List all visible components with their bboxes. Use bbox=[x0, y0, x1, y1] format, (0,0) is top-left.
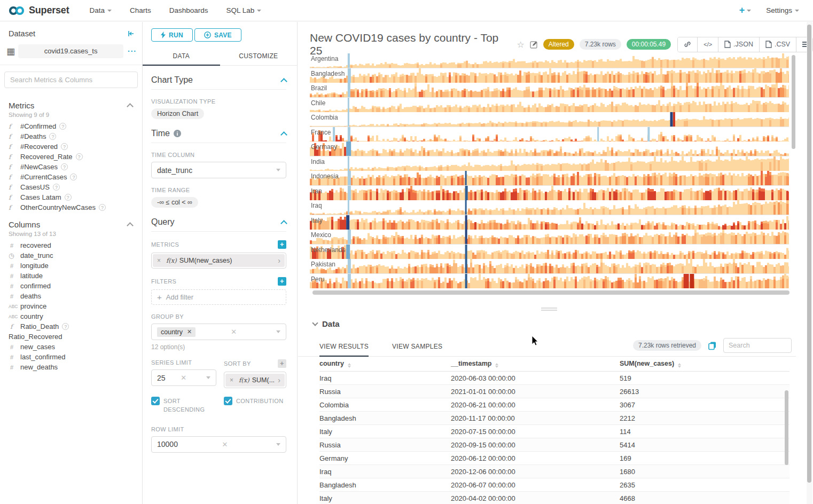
time-column-select[interactable]: date_trunc bbox=[151, 162, 286, 178]
clear-icon[interactable]: ✕ bbox=[231, 328, 237, 336]
close-icon[interactable]: ✕ bbox=[187, 328, 192, 335]
column-header-sumnewcases[interactable]: SUM(new_cases) bbox=[620, 360, 789, 368]
dataset-name[interactable]: covid19.cases_ts bbox=[18, 44, 123, 58]
metric-item[interactable]: fRecovered_Rate? bbox=[0, 152, 142, 162]
export-csv-button[interactable]: .CSV bbox=[760, 37, 796, 52]
nav-item-dashboards[interactable]: Dashboards bbox=[169, 6, 208, 14]
chevron-up-icon[interactable] bbox=[280, 131, 287, 138]
column-item[interactable]: #last_confirmed bbox=[0, 352, 142, 362]
metric-label: Recovered_Rate bbox=[20, 153, 73, 161]
run-button[interactable]: RUN bbox=[151, 28, 193, 42]
hash-icon: # bbox=[9, 293, 20, 300]
contribution-checkbox[interactable]: CONTRIBUTION bbox=[224, 397, 284, 414]
tab-data[interactable]: DATA bbox=[143, 48, 220, 65]
column-header-country[interactable]: country bbox=[319, 360, 451, 368]
metric-item[interactable]: fOtherCountryNewCases? bbox=[0, 202, 142, 212]
add-sortby-button[interactable]: + bbox=[278, 359, 286, 368]
sort-icon[interactable] bbox=[495, 363, 498, 368]
page-scrollbar-thumb[interactable] bbox=[807, 25, 811, 483]
column-item[interactable]: #longitude bbox=[0, 261, 142, 271]
sortby-pill[interactable]: × f(x) SUM(... › bbox=[225, 374, 285, 387]
collapse-panel-icon[interactable] bbox=[127, 30, 135, 37]
column-item[interactable]: ABCcountry bbox=[0, 311, 142, 321]
nav-item-charts[interactable]: Charts bbox=[130, 6, 151, 14]
data-pane-title: Data bbox=[322, 319, 340, 328]
caret-down-icon bbox=[276, 169, 280, 171]
embed-code-button[interactable]: </> bbox=[698, 37, 718, 52]
column-label: recovered bbox=[20, 241, 51, 249]
export-json-button[interactable]: .JSON bbox=[718, 37, 760, 52]
groupby-tag: country✕ bbox=[157, 327, 196, 337]
pane-resize-handle[interactable] bbox=[541, 306, 557, 312]
tab-view-results[interactable]: VIEW RESULTS bbox=[319, 338, 369, 356]
column-item[interactable]: #confirmed bbox=[0, 281, 142, 291]
abc-icon: ABC bbox=[9, 304, 20, 309]
add-filter-box[interactable]: + Add filter bbox=[151, 289, 286, 305]
caret-right-icon[interactable]: › bbox=[278, 376, 280, 384]
close-icon[interactable]: × bbox=[157, 257, 161, 264]
info-icon: ? bbox=[61, 163, 68, 170]
nav-item-data[interactable]: Data bbox=[89, 6, 112, 14]
metric-item[interactable]: f#Confirmed? bbox=[0, 121, 142, 131]
sort-descending-checkbox[interactable]: SORT DESCENDING bbox=[151, 397, 216, 414]
save-button[interactable]: SAVE bbox=[194, 28, 241, 42]
column-item[interactable]: #new_cases bbox=[0, 342, 142, 352]
table-row: Germany2020-06-12 00:00:00169 bbox=[319, 452, 789, 465]
sort-icon[interactable] bbox=[348, 363, 351, 368]
table-vertical-scrollbar[interactable] bbox=[785, 390, 788, 465]
chevron-down-icon[interactable] bbox=[312, 320, 318, 326]
metric-item[interactable]: f#CurrentCases? bbox=[0, 172, 142, 182]
column-item[interactable]: ◷date_trunc bbox=[0, 250, 142, 261]
clear-icon[interactable]: ✕ bbox=[222, 440, 228, 448]
metric-pill[interactable]: × f(x) SUM(new_cases) › bbox=[153, 254, 285, 267]
caret-right-icon[interactable]: › bbox=[278, 256, 280, 265]
column-item[interactable]: #recovered bbox=[0, 240, 142, 250]
metric-item[interactable]: fCasesUS? bbox=[0, 182, 142, 192]
chart-horizontal-scrollbar[interactable] bbox=[312, 290, 789, 295]
copy-icon[interactable] bbox=[708, 341, 717, 350]
tab-customize[interactable]: CUSTOMIZE bbox=[220, 48, 298, 65]
tab-view-samples[interactable]: VIEW SAMPLES bbox=[392, 338, 442, 356]
hash-icon: # bbox=[9, 263, 20, 269]
nav-item-sql-lab[interactable]: SQL Lab bbox=[226, 6, 262, 14]
add-filter-button[interactable]: + bbox=[278, 277, 286, 286]
metric-item[interactable]: f#Deaths? bbox=[0, 131, 142, 141]
new-item-button[interactable]: + bbox=[739, 5, 752, 16]
sort-icon[interactable] bbox=[678, 363, 681, 368]
share-link-button[interactable] bbox=[678, 37, 698, 52]
metric-item[interactable]: fCases Latam? bbox=[0, 192, 142, 202]
chart-vertical-scrollbar[interactable] bbox=[792, 55, 795, 149]
search-input[interactable] bbox=[10, 76, 132, 84]
chevron-up-icon[interactable] bbox=[127, 222, 134, 229]
column-item[interactable]: fRatio_Death? bbox=[0, 321, 142, 332]
settings-menu[interactable]: Settings bbox=[766, 6, 799, 14]
altered-badge[interactable]: Altered bbox=[543, 39, 574, 50]
column-item[interactable]: Ratio_Recovered bbox=[0, 332, 142, 342]
column-item[interactable]: #new_deaths bbox=[0, 362, 142, 372]
edit-icon[interactable] bbox=[530, 41, 538, 49]
time-range-value[interactable]: -∞ ≤ col < ∞ bbox=[151, 197, 198, 208]
row-limit-select[interactable]: 10000 ✕ bbox=[151, 436, 286, 453]
viz-type-value[interactable]: Horizon Chart bbox=[151, 108, 204, 119]
column-item[interactable]: #latitude bbox=[0, 271, 142, 281]
metrics-search[interactable] bbox=[4, 72, 138, 88]
star-icon[interactable]: ☆ bbox=[517, 40, 524, 50]
column-item[interactable]: #deaths bbox=[0, 291, 142, 301]
close-icon[interactable]: × bbox=[230, 376, 233, 384]
series-limit-select[interactable]: 25 ✕ bbox=[151, 369, 216, 386]
column-item[interactable]: ABCprovince bbox=[0, 301, 142, 311]
superset-logo[interactable]: Superset bbox=[0, 5, 76, 16]
filters-label: FILTERS bbox=[151, 278, 176, 285]
chevron-up-icon[interactable] bbox=[127, 103, 134, 110]
metric-item[interactable]: f#NewCases? bbox=[0, 162, 142, 172]
dataset-options-icon[interactable]: ··· bbox=[128, 47, 137, 56]
column-header-timestamp[interactable]: __timestamp bbox=[451, 360, 620, 368]
clear-icon[interactable]: ✕ bbox=[181, 374, 186, 382]
chevron-up-icon[interactable] bbox=[280, 220, 287, 227]
groupby-select[interactable]: country✕ ✕ bbox=[151, 324, 286, 340]
horizon-row-indonesia: Indonesia bbox=[310, 171, 789, 186]
chevron-up-icon[interactable] bbox=[280, 78, 287, 85]
table-search-input[interactable] bbox=[723, 338, 792, 353]
metric-item[interactable]: f#Recovered? bbox=[0, 141, 142, 152]
add-metric-button[interactable]: + bbox=[278, 240, 286, 249]
